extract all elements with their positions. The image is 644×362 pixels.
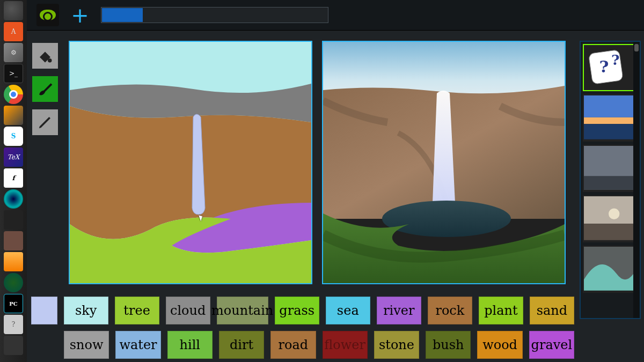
ubuntu-launcher: A ⚙ >_ S TeX f PC ?	[0, 0, 27, 362]
tool-column	[32, 43, 59, 135]
swatch-mountain[interactable]: mountain	[217, 297, 268, 324]
function-glyph: f	[12, 174, 14, 182]
plus-icon: +	[71, 3, 89, 27]
launcher-chrome[interactable]	[4, 85, 23, 104]
swatch-wood[interactable]: wood	[477, 331, 522, 359]
swatch-sky[interactable]: sky	[64, 297, 108, 324]
style-thumb-sunset-lake[interactable]	[583, 94, 634, 142]
swatch-water[interactable]: water	[115, 331, 160, 359]
swatch-sea[interactable]: sea	[326, 297, 370, 324]
gear-icon: ⚙	[11, 49, 17, 56]
style-thumb-overcast-sky[interactable]	[583, 145, 634, 192]
swatch-label: mountain	[211, 303, 273, 318]
swatch-snow[interactable]: snow	[64, 331, 109, 359]
style-thumb-random-dice[interactable]: ??	[583, 44, 634, 91]
launcher-green-spiral[interactable]	[4, 273, 23, 292]
swatch-hill[interactable]: hill	[167, 331, 213, 359]
swatch-label: plant	[484, 303, 517, 318]
swatch-label: wood	[482, 337, 517, 352]
style-thumb-ocean-wave[interactable]	[583, 246, 634, 293]
svg-point-0	[48, 58, 52, 63]
tex-glyph: TeX	[8, 153, 20, 161]
launcher-camera-lens[interactable]	[4, 189, 23, 209]
swatch-road[interactable]: road	[270, 331, 316, 359]
add-button[interactable]: +	[69, 4, 91, 26]
svg-point-3	[382, 201, 511, 237]
style-thumbnails: ??	[580, 41, 641, 319]
style-scrollbar[interactable]	[633, 42, 640, 318]
swatch-sand[interactable]: sand	[530, 297, 574, 324]
launcher-ubuntu-dash[interactable]	[4, 1, 23, 20]
swatch-bush[interactable]: bush	[426, 331, 471, 359]
launcher-settings[interactable]: ⚙	[4, 43, 23, 62]
svg-rect-8	[584, 117, 633, 124]
style-scroll-thumb[interactable]	[634, 44, 639, 51]
swatch-label: bush	[433, 337, 464, 352]
launcher-pycharm[interactable]: PC	[4, 294, 23, 313]
swatch-rock[interactable]: rock	[428, 297, 472, 324]
svg-rect-9	[584, 124, 633, 139]
skype-glyph: S	[11, 132, 16, 140]
swatch-label: dirt	[230, 337, 253, 352]
svg-rect-11	[584, 176, 633, 190]
launcher-tex[interactable]: TeX	[4, 147, 23, 167]
top-bar: +	[27, 0, 644, 30]
swatch-label: gravel	[531, 337, 573, 352]
swatch-dirt[interactable]: dirt	[219, 331, 264, 359]
swatch-label: sea	[337, 303, 359, 318]
current-color-swatch[interactable]	[31, 297, 57, 324]
svg-text:?: ?	[611, 51, 620, 68]
tool-bucket[interactable]	[32, 43, 58, 69]
svg-text:?: ?	[599, 57, 609, 76]
launcher-font-function[interactable]: f	[4, 168, 23, 188]
swatch-gravel[interactable]: gravel	[529, 331, 574, 359]
pencil-icon	[37, 114, 53, 130]
swatch-label: rock	[435, 303, 464, 318]
swatch-label: river	[383, 303, 414, 318]
svg-rect-13	[584, 224, 633, 240]
help-icon: ?	[12, 321, 15, 328]
tool-pencil[interactable]	[32, 109, 58, 135]
progress-fill	[102, 8, 143, 22]
segmentation-canvas[interactable]	[69, 41, 312, 284]
svg-point-14	[609, 208, 619, 219]
swatch-label: water	[119, 337, 157, 352]
style-thumb-hazy-horizon[interactable]	[583, 195, 634, 242]
launcher-sublime[interactable]	[4, 106, 23, 125]
swatch-label: flower	[324, 337, 365, 352]
swatch-label: road	[279, 337, 309, 352]
swatch-label: hill	[180, 337, 200, 352]
swatch-stone[interactable]: stone	[374, 331, 419, 359]
nvidia-eye-icon	[40, 10, 56, 20]
canvas-row	[69, 41, 566, 284]
launcher-terminal[interactable]: >_	[4, 64, 23, 83]
brush-icon	[36, 80, 54, 98]
swatch-flower[interactable]: flower	[323, 331, 368, 359]
launcher-trash[interactable]	[4, 336, 23, 355]
svg-rect-12	[584, 196, 633, 224]
launcher-files[interactable]	[4, 252, 23, 271]
launcher-gimp[interactable]	[4, 231, 23, 250]
swatch-grass[interactable]: grass	[275, 297, 319, 324]
swatch-tree[interactable]: tree	[115, 297, 159, 324]
segmentation-drawing	[70, 42, 311, 283]
svg-rect-7	[584, 95, 633, 117]
launcher-software-store[interactable]: A	[4, 22, 23, 41]
tool-brush[interactable]	[32, 76, 58, 102]
swatch-river[interactable]: river	[377, 297, 421, 324]
swatch-label: grass	[279, 303, 314, 318]
progress-bar[interactable]	[101, 7, 328, 23]
store-glyph: A	[11, 28, 16, 35]
swatch-label: sky	[75, 303, 97, 318]
swatch-plant[interactable]: plant	[479, 297, 523, 324]
launcher-skype[interactable]: S	[4, 127, 23, 146]
generated-image	[323, 42, 565, 283]
generated-canvas[interactable]	[322, 41, 566, 284]
launcher-paint-app[interactable]	[4, 210, 23, 230]
label-palette: skytreecloudmountaingrassseariverrockpla…	[31, 297, 574, 359]
swatch-cloud[interactable]: cloud	[166, 297, 210, 324]
launcher-help[interactable]: ?	[4, 315, 23, 334]
gaugan-app: +	[27, 0, 644, 362]
nvidia-logo[interactable]	[36, 4, 59, 26]
bucket-icon	[37, 48, 53, 64]
